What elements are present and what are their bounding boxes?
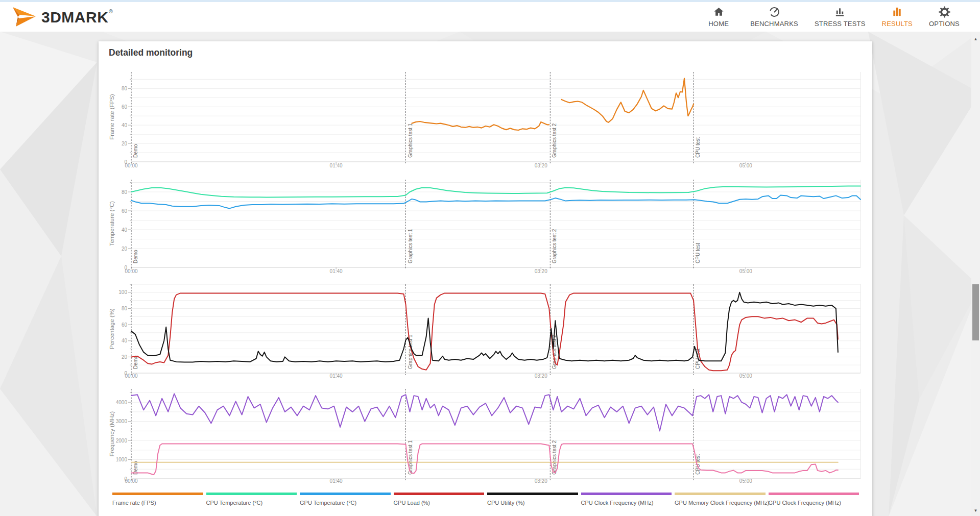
x-tick-label: 03:20 xyxy=(535,268,547,274)
monitoring-charts: 20406080000:0001:4003:2005:00DemoGraphic… xyxy=(99,41,872,516)
x-tick-label: 03:20 xyxy=(535,373,547,379)
y-tick-label: 20 xyxy=(122,141,128,146)
series-gpu-clock-frequency-mhz xyxy=(131,444,838,475)
y-tick-label: 40 xyxy=(122,122,128,128)
x-tick-label: 01:40 xyxy=(330,478,343,484)
vertical-scrollbar[interactable]: ▲ ▼ xyxy=(971,32,980,516)
home-icon xyxy=(713,6,725,18)
legend-color-bar xyxy=(581,493,672,495)
registered-mark: ® xyxy=(109,9,112,14)
nav-item-stress-tests[interactable]: STRESS TESTS xyxy=(815,6,866,28)
x-tick-label: 00:00 xyxy=(125,163,137,168)
legend-label: GPU Memory Clock Frequency (MHz) xyxy=(675,500,766,506)
phase-label: Graphics test 1 xyxy=(408,123,413,158)
y-tick-label: 60 xyxy=(122,208,128,214)
legend-item-gpu-memory-clock: GPU Memory Clock Frequency (MHz) xyxy=(675,493,766,506)
nav-item-home[interactable]: HOME xyxy=(703,6,734,28)
page-content: Detailed monitoring 20406080000:0001:400… xyxy=(0,32,980,516)
nav-label: RESULTS xyxy=(882,20,913,28)
scroll-down-icon[interactable]: ▼ xyxy=(971,506,980,515)
gauge-icon xyxy=(769,6,780,18)
x-tick-label: 05:00 xyxy=(739,163,752,168)
y-axis-title: Frame rate (FPS) xyxy=(109,94,115,140)
phase-label: Demo xyxy=(133,355,138,369)
legend-color-bar xyxy=(394,493,485,495)
x-tick-label: 01:40 xyxy=(330,268,343,274)
x-tick-label: 05:00 xyxy=(739,373,752,379)
phase-label: Graphics test 2 xyxy=(552,229,557,263)
legend-label: CPU Clock Frequency (MHz) xyxy=(581,500,672,506)
x-tick-label: 05:00 xyxy=(739,478,752,484)
series-cpu-clock-frequency-mhz xyxy=(131,394,838,431)
logo-text: 3DMARK xyxy=(41,9,108,26)
series-gpu-load xyxy=(131,293,838,371)
y-tick-label: 1000 xyxy=(116,457,128,462)
legend-color-bar xyxy=(206,493,297,495)
nav-label: OPTIONS xyxy=(929,20,960,28)
nav-item-benchmarks[interactable]: BENCHMARKS xyxy=(750,6,798,28)
y-axis-title: Frequency (MHz) xyxy=(109,411,115,456)
series-frame-rate-fps xyxy=(412,121,549,130)
legend-item-gpu-load: GPU Load (%) xyxy=(394,493,485,506)
nav-label: BENCHMARKS xyxy=(750,20,798,28)
y-tick-label: 20 xyxy=(122,246,128,252)
legend-label: GPU Temperature (°C) xyxy=(300,500,391,506)
main-nav: HOME BENCHMARKS STRESS TESTS xyxy=(703,6,960,28)
nav-label: STRESS TESTS xyxy=(815,20,866,28)
legend-label: Frame rate (FPS) xyxy=(112,500,203,506)
legend-color-bar xyxy=(675,493,766,495)
legend-label: GPU Clock Frequency (MHz) xyxy=(769,500,859,506)
y-tick-label: 4000 xyxy=(116,400,128,405)
x-tick-label: 00:00 xyxy=(125,268,137,274)
y-tick-label: 40 xyxy=(122,338,128,343)
y-axis-title: Percentage (%) xyxy=(109,308,115,349)
legend-label: GPU Load (%) xyxy=(394,500,485,506)
nav-item-results[interactable]: RESULTS xyxy=(882,6,913,28)
y-tick-label: 80 xyxy=(122,189,128,195)
phase-label: Graphics test 1 xyxy=(408,229,413,263)
scroll-up-icon[interactable]: ▲ xyxy=(971,35,980,43)
chart-legend: Frame rate (FPS) CPU Temperature (°C) GP… xyxy=(112,493,859,506)
phase-label: CPU test xyxy=(695,243,701,263)
nav-item-options[interactable]: OPTIONS xyxy=(929,6,960,28)
legend-item-cpu-temperature: CPU Temperature (°C) xyxy=(206,493,297,506)
scrollbar-thumb[interactable] xyxy=(972,284,979,340)
legend-item-cpu-clock: CPU Clock Frequency (MHz) xyxy=(581,493,672,506)
legend-color-bar xyxy=(769,493,859,495)
x-tick-label: 03:20 xyxy=(535,478,547,484)
y-tick-label: 60 xyxy=(122,322,128,328)
legend-label: CPU Utility (%) xyxy=(487,500,578,506)
y-tick-label: 20 xyxy=(122,354,128,360)
monitoring-card: Detailed monitoring 20406080000:0001:400… xyxy=(99,41,872,516)
phase-label: Graphics test 1 xyxy=(408,440,413,475)
legend-color-bar xyxy=(300,493,391,495)
x-tick-label: 01:40 xyxy=(330,163,343,168)
3dmark-logo-icon xyxy=(11,7,37,27)
y-tick-label: 2000 xyxy=(116,438,128,444)
legend-color-bar xyxy=(112,493,203,495)
phase-label: Graphics test 2 xyxy=(552,123,557,158)
legend-label: CPU Temperature (°C) xyxy=(206,500,297,506)
y-tick-label: 80 xyxy=(122,86,128,91)
top-navigation-bar: 3DMARK® HOME BENCHMARKS STRESS TESTS xyxy=(0,2,980,32)
y-axis-title: Temperature (°C) xyxy=(109,201,115,246)
phase-label: Demo xyxy=(133,250,138,263)
gear-icon xyxy=(939,6,950,18)
bar-chart-baseline-icon xyxy=(834,6,846,18)
y-tick-label: 3000 xyxy=(116,419,128,424)
series-cpu-utility xyxy=(131,292,838,362)
y-tick-label: 40 xyxy=(122,227,128,233)
nav-label: HOME xyxy=(708,20,729,28)
top-strip xyxy=(0,0,980,2)
legend-item-gpu-clock: GPU Clock Frequency (MHz) xyxy=(769,493,859,506)
3dmark-logo[interactable]: 3DMARK® xyxy=(11,7,113,27)
y-tick-label: 80 xyxy=(122,306,128,311)
legend-item-frame-rate: Frame rate (FPS) xyxy=(112,493,203,506)
legend-item-cpu-utility: CPU Utility (%) xyxy=(487,493,578,506)
legend-item-gpu-temperature: GPU Temperature (°C) xyxy=(300,493,391,506)
x-tick-label: 03:20 xyxy=(535,163,547,168)
phase-label: CPU test xyxy=(695,137,701,158)
x-tick-label: 01:40 xyxy=(330,373,343,379)
series-cpu-temperature-c xyxy=(131,186,861,197)
x-tick-label: 00:00 xyxy=(125,373,137,379)
